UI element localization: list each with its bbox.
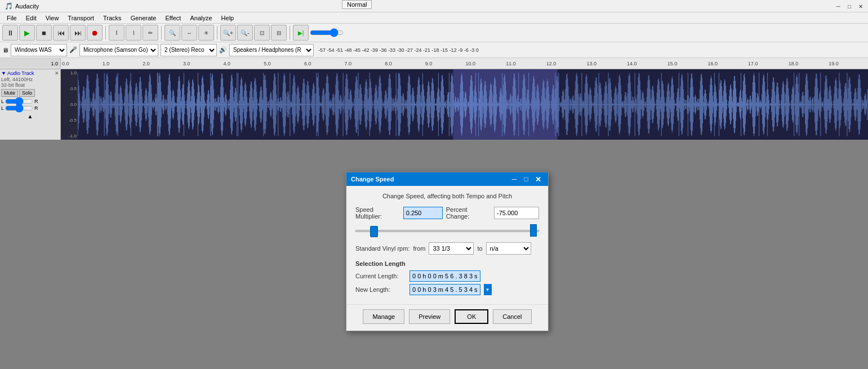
pan-slider[interactable] <box>5 106 33 110</box>
zoom-in-button[interactable]: 🔍+ <box>220 25 236 41</box>
envelope-tool[interactable]: ⌇ <box>126 25 141 41</box>
waveform-area: 1.0 0.5 0.0 -0.5 -1.0 <box>61 69 868 140</box>
dialog-close-btn[interactable]: ✕ <box>532 174 544 185</box>
svg-text:2.0: 2.0 <box>143 61 150 66</box>
zoom-tool[interactable]: 🔍 <box>164 25 180 41</box>
minimize-button[interactable]: ─ <box>833 1 843 11</box>
cancel-button[interactable]: Cancel <box>493 309 531 324</box>
track-volume-icon-row: ▲ <box>1 113 59 119</box>
current-length-value: 0 0 h 0 0 m 5 6 . 3 8 3 s <box>409 270 480 282</box>
ok-button[interactable]: OK <box>455 309 488 324</box>
solo-button[interactable]: Solo <box>19 89 35 97</box>
dialog-titlebar-controls: ─ □ ✕ <box>509 174 544 185</box>
play-button[interactable]: ▶ <box>19 25 35 41</box>
toolbar-separator-4 <box>290 26 290 39</box>
menu-item-effect[interactable]: Effect <box>161 14 186 23</box>
selection-length-title: Selection Length <box>355 260 539 267</box>
pause-button[interactable]: ⏸ <box>2 25 18 41</box>
gain-slider[interactable] <box>5 99 33 104</box>
svg-text:1.0: 1.0 <box>103 61 110 66</box>
draw-tool[interactable]: ✏ <box>143 25 158 41</box>
skip-forward-button[interactable]: ⏭ <box>70 25 86 41</box>
stop-button[interactable]: ■ <box>36 25 52 41</box>
y-label-top: 1.0 <box>61 70 78 75</box>
dialog-body: Change Speed, affecting both Tempo and P… <box>346 186 548 304</box>
svg-text:8.0: 8.0 <box>385 61 392 66</box>
record-button[interactable]: ⏺ <box>87 25 103 41</box>
svg-text:13.0: 13.0 <box>586 61 597 66</box>
svg-rect-0 <box>61 58 868 69</box>
svg-text:7.0: 7.0 <box>345 61 352 66</box>
menu-item-view[interactable]: View <box>41 14 64 23</box>
percent-change-input[interactable] <box>494 207 539 219</box>
multi-tool[interactable]: ✳ <box>198 25 214 41</box>
svg-text:6.0: 6.0 <box>304 61 311 66</box>
audio-host-select[interactable]: Windows WAS <box>11 44 67 56</box>
menu-item-generate[interactable]: Generate <box>126 14 161 23</box>
vinyl-to-select[interactable]: n/a 33 1/3 45 78 <box>486 242 531 255</box>
speed-multiplier-row: Speed Multiplier: Percent Change: <box>355 206 539 220</box>
svg-text:15.0: 15.0 <box>667 61 678 66</box>
dialog-minimize-btn[interactable]: ─ <box>509 174 520 185</box>
pan-l-label: L <box>1 105 4 111</box>
mute-button[interactable]: Mute <box>1 89 18 97</box>
gain-r-label: R <box>34 99 38 104</box>
host-icon: 🖥 <box>2 47 8 54</box>
time-shift-tool[interactable]: ↔ <box>181 25 197 41</box>
vinyl-from-label: from <box>413 245 425 252</box>
speed-slider-container <box>355 224 539 242</box>
menu-item-tracks[interactable]: Tracks <box>99 14 126 23</box>
menu-item-analyze[interactable]: Analyze <box>185 14 216 23</box>
svg-text:16.0: 16.0 <box>707 61 718 66</box>
speed-multiplier-input[interactable] <box>403 207 443 219</box>
menu-item-edit[interactable]: Edit <box>21 14 41 23</box>
microphone-select[interactable]: Microphone (Samson Go) <box>79 44 158 56</box>
gain-l-label: L <box>1 99 4 104</box>
skip-back-button[interactable]: ⏮ <box>53 25 69 41</box>
dialog-footer: Manage Preview OK Cancel <box>346 304 548 331</box>
track-mute-solo-row: Mute Solo <box>1 89 59 97</box>
menu-item-file[interactable]: File <box>2 14 21 23</box>
track-gain-label: 1.0 <box>51 61 58 66</box>
svg-text:10.0: 10.0 <box>466 61 476 66</box>
y-label-neg-half: -0.5 <box>61 118 78 123</box>
svg-text:0.0: 0.0 <box>62 61 69 66</box>
fit-tracks-button[interactable]: ⊟ <box>271 25 287 41</box>
speed-slider[interactable] <box>355 226 539 235</box>
normal-badge: Normal <box>342 0 372 9</box>
dialog-maximize-btn[interactable]: □ <box>520 174 532 185</box>
main-audio-area: ▼ Audio Track ✕ Left, 44100Hz 32-bit flo… <box>0 69 868 140</box>
play-speed-slider[interactable] <box>310 28 344 37</box>
preview-button[interactable]: Preview <box>409 309 450 324</box>
selection-tool[interactable]: I <box>109 25 124 41</box>
fit-project-button[interactable]: ⊡ <box>254 25 270 41</box>
mic-icon: 🎤 <box>69 46 77 54</box>
track-mono-icon: ▲ <box>28 113 33 119</box>
devicebar: 🖥 Windows WAS 🎤 Microphone (Samson Go) 2… <box>0 42 868 58</box>
channels-select[interactable]: 2 (Stereo) Reco <box>161 44 217 56</box>
maximize-button[interactable]: □ <box>844 1 854 11</box>
play-at-speed[interactable]: ▶| <box>293 25 309 41</box>
menu-item-help[interactable]: Help <box>217 14 239 23</box>
zoom-out-button[interactable]: 🔍- <box>237 25 253 41</box>
close-button[interactable]: ✕ <box>856 1 866 11</box>
vinyl-from-select[interactable]: 33 1/3 45 78 <box>429 242 474 255</box>
track-header: ▼ Audio Track ✕ <box>1 70 59 76</box>
track-collapse-arrow[interactable]: ▼ <box>1 70 6 76</box>
y-label-bottom: -1.0 <box>61 134 78 139</box>
new-length-value: 0 0 h 0 3 m 4 5 . 5 3 4 s <box>409 284 480 295</box>
current-length-label: Current Length: <box>355 273 406 279</box>
svg-text:4.0: 4.0 <box>224 61 231 66</box>
dialog-subtitle: Change Speed, affecting both Tempo and P… <box>355 193 539 199</box>
manage-button[interactable]: Manage <box>363 309 404 324</box>
track-info-bit: 32-bit float <box>1 82 59 88</box>
dialog-titlebar: Change Speed ─ □ ✕ <box>346 172 548 186</box>
speaker-select[interactable]: Speakers / Headphones (R <box>229 44 314 56</box>
menu-item-transport[interactable]: Transport <box>63 14 99 23</box>
new-length-dropdown[interactable]: ▼ <box>484 284 492 295</box>
svg-text:17.0: 17.0 <box>748 61 758 66</box>
svg-text:5.0: 5.0 <box>264 61 271 66</box>
percent-change-label: Percent Change: <box>446 206 491 220</box>
track-close-btn[interactable]: ✕ <box>55 70 59 76</box>
vinyl-rpm-row: Standard Vinyl rpm: from 33 1/3 45 78 to… <box>355 242 539 255</box>
